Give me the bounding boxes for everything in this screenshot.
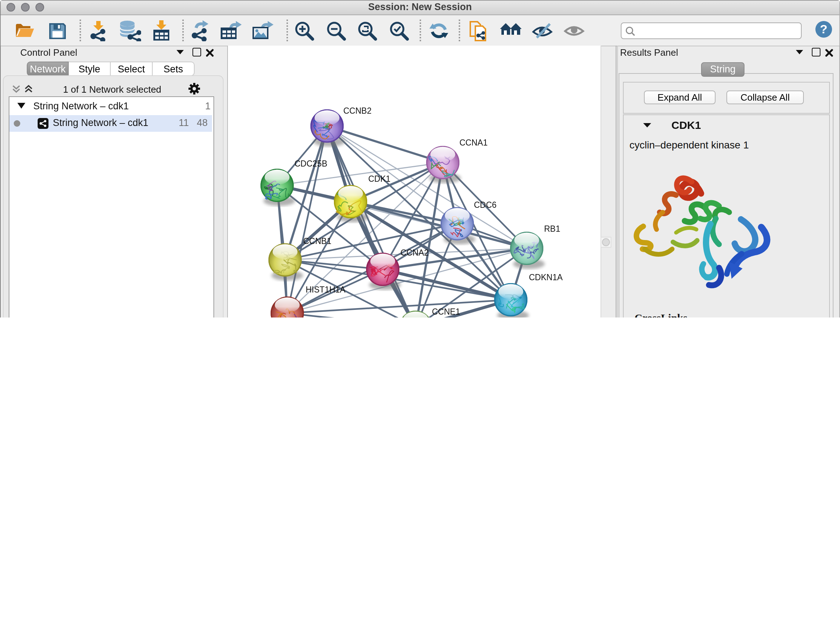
svg-text:CCNB2: CCNB2 xyxy=(343,106,371,116)
svg-text:CCNA2: CCNA2 xyxy=(401,248,429,257)
svg-text:CCNA1: CCNA1 xyxy=(459,138,488,147)
svg-text:CDKN1A: CDKN1A xyxy=(529,272,563,282)
svg-text:CCNE1: CCNE1 xyxy=(432,307,460,317)
svg-text:CCNB1: CCNB1 xyxy=(303,236,332,246)
svg-text:RB1: RB1 xyxy=(544,224,561,233)
svg-text:CDC25B: CDC25B xyxy=(294,159,327,168)
svg-text:CDC6: CDC6 xyxy=(474,200,497,210)
svg-text:CDK1: CDK1 xyxy=(368,174,390,184)
svg-text:HIST1H1A: HIST1H1A xyxy=(306,285,346,295)
